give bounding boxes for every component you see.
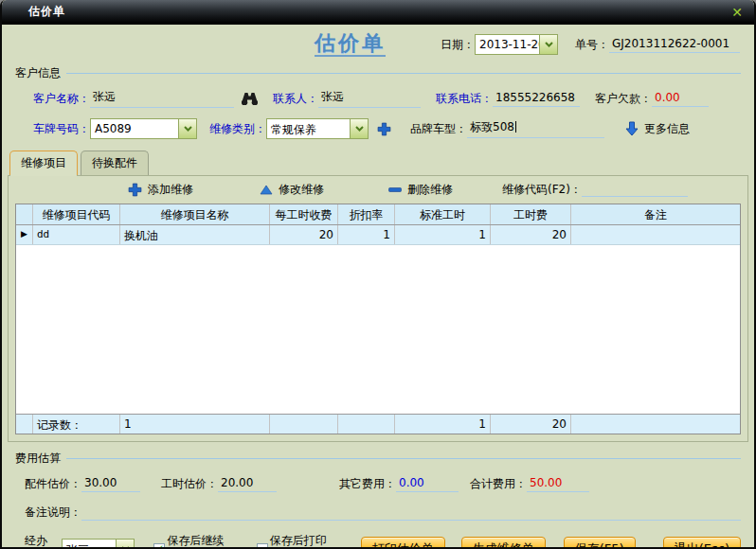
phone-label: 联系电话： <box>436 91 493 107</box>
remark-row: 备注说明： <box>25 505 741 521</box>
contact-label: 联系人： <box>273 91 318 107</box>
col-header-remark[interactable]: 备注 <box>571 204 740 224</box>
add-repair-label: 添加维修 <box>148 182 193 198</box>
minus-icon <box>388 187 402 192</box>
plate-label: 车牌号码： <box>33 121 90 137</box>
date-picker[interactable]: 2013-11-26 <box>475 34 558 55</box>
delete-repair-button[interactable]: 删除维修 <box>388 182 453 198</box>
customer-group-header: 客户信息 <box>15 65 741 81</box>
record-count-value: 1 <box>120 415 270 434</box>
print-estimate-button[interactable]: 打印估价单 <box>361 537 445 549</box>
col-header-name[interactable]: 维修项目名称 <box>120 204 270 224</box>
edit-repair-button[interactable]: 修改维修 <box>260 182 324 198</box>
operator-label: 经办人： <box>25 533 62 549</box>
col-header-fee-per-hour[interactable]: 每工时收费 <box>270 204 338 224</box>
cell-remark[interactable] <box>571 225 740 244</box>
search-customer-icon[interactable] <box>242 93 258 105</box>
table-empty-area <box>16 245 740 414</box>
repair-items-panel: 添加维修 修改维修 删除维修 维修代码(F2)： 维修项目代码 <box>8 175 748 442</box>
add-repair-type-button[interactable] <box>377 122 391 136</box>
repair-items-table: 维修项目代码 维修项目名称 每工时收费 折扣率 标准工时 工时费 备注 ▶ dd… <box>15 204 741 434</box>
grid-toolbar: 添加维修 修改维修 删除维修 维修代码(F2)： <box>9 176 747 204</box>
repair-type-combobox[interactable]: 常规保养 <box>266 118 369 139</box>
repair-code-input[interactable] <box>582 183 688 197</box>
operator-value: 张三 <box>63 540 116 549</box>
repair-type-dropdown-button[interactable] <box>350 119 368 138</box>
cell-hour-fee[interactable]: 20 <box>491 225 571 244</box>
plate-dropdown-button[interactable] <box>178 119 196 138</box>
parts-estimate-label: 配件估价： <box>25 476 81 492</box>
checkbox-print-after-save[interactable]: ✓ <box>257 543 268 549</box>
exit-button[interactable]: 退出(Esc) <box>663 537 741 549</box>
generate-repair-order-button[interactable]: 生成维修单 <box>461 537 546 549</box>
estimate-row: 配件估价： 30.00 工时估价： 20.00 其它费用： 0.00 合计费用：… <box>25 476 741 492</box>
col-header-code[interactable]: 维修项目代码 <box>33 204 120 224</box>
phone-field[interactable]: 18555226658 <box>493 91 580 107</box>
estimate-group-header: 费用估算 <box>15 451 741 467</box>
cell-fee-per-hour[interactable]: 20 <box>270 225 338 244</box>
check-icon: ✓ <box>154 544 164 549</box>
table-row[interactable]: ▶ dd 换机油 20 1 1 20 <box>16 225 740 245</box>
contact-field[interactable]: 张远 <box>318 89 421 108</box>
col-header-std-hours[interactable]: 标准工时 <box>395 204 491 224</box>
remark-input[interactable] <box>81 505 741 521</box>
customer-name-field[interactable]: 张远 <box>90 89 234 108</box>
tab-repair-items[interactable]: 维修项目 <box>9 151 78 175</box>
title-bar[interactable]: 估价单 ✕ <box>2 0 754 25</box>
table-footer-row: 记录数： 1 1 20 <box>16 414 740 434</box>
date-dropdown-button[interactable] <box>539 35 557 54</box>
estimate-group-title: 费用估算 <box>15 451 61 467</box>
col-header-discount[interactable]: 折扣率 <box>338 204 395 224</box>
footer-empty-1 <box>270 415 338 434</box>
plus-icon <box>128 183 142 197</box>
cell-discount[interactable]: 1 <box>338 225 395 244</box>
bottom-bar: 经办人： 张三 ✓ 保存后继续添加 ✓ 保存后打印单据 打印估价单 生成维修单 … <box>25 533 741 549</box>
repair-type-label: 维修类别： <box>209 121 266 137</box>
chevron-down-icon <box>184 126 192 132</box>
total-fee-label: 合计费用： <box>470 476 527 492</box>
cell-name[interactable]: 换机油 <box>120 225 270 244</box>
record-count-label: 记录数： <box>33 415 120 434</box>
save-button[interactable]: 保存(F5) <box>564 537 636 549</box>
parts-estimate-value[interactable]: 30.00 <box>81 476 140 492</box>
customer-row-2: 车牌号码： A5089 维修类别： 常规保养 品牌车型： 标致508 更多信息 <box>33 118 741 139</box>
estimate-window: 估价单 ✕ 估价单 日期： 2013-11-26 单号： GJ201311262… <box>0 0 756 549</box>
col-header-hour-fee[interactable]: 工时费 <box>491 204 571 224</box>
tab-parts-to-replace[interactable]: 待换配件 <box>81 151 149 175</box>
more-info-label[interactable]: 更多信息 <box>644 121 690 137</box>
more-info-button[interactable] <box>625 121 639 136</box>
model-value: 标致508 <box>470 120 514 133</box>
repair-code-label: 维修代码(F2)： <box>502 182 582 198</box>
add-repair-button[interactable]: 添加维修 <box>128 182 193 198</box>
footer-std-hours-total: 1 <box>395 415 491 434</box>
plate-value: A5089 <box>91 119 178 138</box>
order-number: GJ2013112622-0001 <box>609 37 740 53</box>
group-divider <box>66 458 741 459</box>
checkbox-continue-label[interactable]: 保存后继续添加 <box>167 533 231 549</box>
table-header-row: 维修项目代码 维修项目名称 每工时收费 折扣率 标准工时 工时费 备注 <box>16 204 740 225</box>
close-icon[interactable]: ✕ <box>731 6 743 19</box>
model-field[interactable]: 标致508 <box>467 119 604 138</box>
header-row: 估价单 日期： 2013-11-26 单号： GJ2013112622-0001 <box>15 29 741 60</box>
date-label: 日期： <box>441 37 475 53</box>
labor-estimate-value[interactable]: 20.00 <box>218 476 277 492</box>
date-value: 2013-11-26 <box>476 35 539 54</box>
other-fee-value[interactable]: 0.00 <box>396 476 459 492</box>
cell-std-hours[interactable]: 1 <box>395 225 491 244</box>
checkbox-print-label[interactable]: 保存后打印单据 <box>270 533 334 549</box>
arrow-down-icon <box>625 121 639 136</box>
operator-dropdown-button[interactable] <box>116 540 134 549</box>
customer-row-1: 客户名称： 张远 联系人： 张远 联系电话： 18555226658 客户欠款：… <box>33 89 741 108</box>
operator-combobox[interactable]: 张三 <box>62 539 135 549</box>
chevron-down-icon <box>545 42 553 47</box>
footer-selector-cell <box>16 415 33 434</box>
group-divider <box>66 73 741 74</box>
labor-estimate-label: 工时估价： <box>161 476 218 492</box>
checkbox-continue-after-save[interactable]: ✓ <box>153 543 165 549</box>
other-fee-label: 其它费用： <box>339 476 396 492</box>
row-selector-header <box>16 204 33 224</box>
binoculars-icon <box>242 93 258 105</box>
cell-code[interactable]: dd <box>33 225 120 244</box>
plate-combobox[interactable]: A5089 <box>90 118 197 139</box>
row-selector-icon: ▶ <box>16 225 33 244</box>
